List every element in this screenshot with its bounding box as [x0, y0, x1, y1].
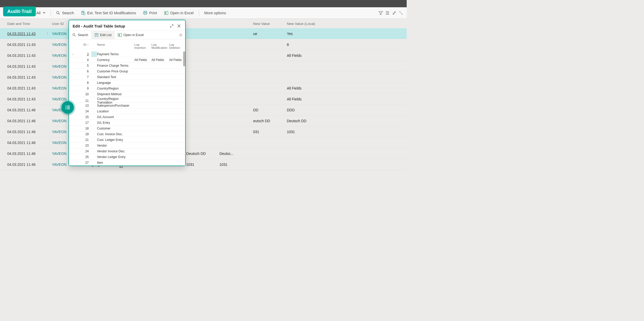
- cell-name: G/L Entry: [97, 121, 134, 125]
- table-row[interactable]: 04.03.2021 11:46⋮YAVEONLanguageNameDelet…: [0, 148, 407, 159]
- print-icon: [143, 11, 147, 15]
- table-row[interactable]: 04.03.2021 11:46⋮YAVEON0311031: [0, 126, 407, 137]
- table-row[interactable]: 04.03.2021 11:46⋮YAVEONDDDDD: [0, 105, 407, 115]
- cell-datetime: 04.03.2021 11:43: [7, 43, 46, 47]
- cell-name: Salesperson/Purchaser: [97, 104, 134, 107]
- dialog-more-icon[interactable]: [179, 33, 185, 37]
- list-view-icon[interactable]: [385, 11, 390, 15]
- dialog-row[interactable]: 4CurrencyAll FieldsAll FieldsAll Fields: [69, 57, 185, 63]
- svg-point-15: [65, 108, 66, 109]
- filter-icon[interactable]: [379, 11, 383, 15]
- expand-icon[interactable]: [399, 11, 403, 15]
- open-excel-button[interactable]: Open in Excel: [161, 7, 197, 19]
- cell-name: Country/Region Translation: [97, 97, 134, 104]
- cell: Deutsch DD: [186, 152, 219, 156]
- table-row[interactable]: 04.03.2021 11:43⋮YAVEONAll Fields: [0, 83, 407, 94]
- table-row[interactable]: 04.03.2021 11:43⋮YAVEON8: [0, 39, 407, 50]
- table-row[interactable]: 04.03.2021 11:46⋮YAVEONeutsch DDDeutsch …: [0, 115, 407, 126]
- cell-id: 27: [75, 161, 91, 165]
- ext-text-button[interactable]: Ext. Text Set ID Modifications: [78, 7, 140, 19]
- excel-icon: [118, 33, 122, 37]
- more-options-button[interactable]: More options: [201, 7, 230, 19]
- cell-name: Location: [97, 110, 134, 113]
- dialog-row[interactable]: 27Item: [69, 160, 185, 166]
- list-icon: [65, 105, 71, 110]
- dialog-row[interactable]: 11Country/Region Translation: [69, 97, 185, 103]
- cell-newvaluelocal: All Fields: [287, 86, 347, 90]
- dialog-row[interactable]: 19Cust. Invoice Disc.: [69, 131, 185, 137]
- dialog-row[interactable]: 21Cust. Ledger Entry: [69, 137, 185, 143]
- dialog-row[interactable]: 5Finance Charge Terms: [69, 63, 185, 69]
- dialog-row[interactable]: 8Language: [69, 80, 185, 86]
- dialog-row[interactable]: 7Standard Text: [69, 74, 185, 80]
- fab-list-button[interactable]: [61, 101, 74, 114]
- cell-newvalue: ue: [253, 32, 287, 36]
- dialog-row[interactable]: 24Vendor Invoice Disc.: [69, 148, 185, 154]
- dialog-excel-button[interactable]: Open in Excel: [115, 31, 147, 39]
- cell-id: 3: [75, 52, 91, 56]
- dialog-row[interactable]: 6Customer Price Group: [69, 69, 185, 74]
- dialog-row[interactable]: 15G/L Account: [69, 114, 185, 120]
- cell-name: Finance Charge Terms: [97, 64, 134, 67]
- dialog-row[interactable]: 14Location: [69, 108, 185, 114]
- col-newvaluelocal[interactable]: New Value (Local): [287, 22, 347, 26]
- cell-datetime: 04.03.2021 11:46: [7, 119, 46, 123]
- close-icon[interactable]: [176, 23, 182, 29]
- dialog-row[interactable]: 25Vendor Ledger Entry: [69, 154, 185, 160]
- cell-id: 6: [75, 70, 91, 73]
- col-name[interactable]: Name: [97, 43, 134, 49]
- dialog-row[interactable]: 23Vendor: [69, 143, 185, 148]
- dialog-toolbar: Search Edit List Open in Excel: [69, 31, 185, 39]
- col-id[interactable]: ID ↑: [75, 43, 91, 49]
- col-ins[interactable]: Log Insertion: [134, 43, 151, 49]
- row-options-icon[interactable]: ⋮: [91, 51, 97, 57]
- cell-id: 9: [75, 87, 91, 90]
- col-mod[interactable]: Log Modification: [151, 43, 169, 49]
- table-row[interactable]: 04.03.2021 11:46⋮YAVEONLanguageWindows L…: [0, 159, 407, 170]
- divider: [51, 10, 51, 16]
- dialog-search-button[interactable]: Search: [69, 31, 91, 39]
- dialog-row[interactable]: 10Shipment Method: [69, 91, 185, 97]
- cell-id: 8: [75, 81, 91, 85]
- cell-name: Standard Text: [97, 75, 134, 79]
- dialog-row[interactable]: 13Salesperson/Purchaser: [69, 103, 185, 108]
- cell-datetime: 04.03.2021 11:46: [7, 141, 46, 145]
- cell-id: 24: [75, 149, 91, 153]
- table-row[interactable]: 04.03.2021 11:43⋮YAVEONAll Fields: [0, 50, 407, 61]
- maximize-icon[interactable]: [169, 23, 174, 29]
- cell-newvaluelocal: All Fields: [287, 53, 347, 58]
- table-row[interactable]: 04.03.2021 11:43⋮YAVEON: [0, 72, 407, 83]
- table-row[interactable]: 04.03.2021 11:43⋮YAVEONueYes: [0, 28, 407, 39]
- dialog-row[interactable]: 9Country/Region: [69, 86, 185, 91]
- cell-id: 18: [75, 127, 91, 130]
- row-options-icon[interactable]: ⋮: [46, 33, 50, 34]
- excel-icon: [164, 11, 168, 15]
- table-row[interactable]: 04.03.2021 11:43⋮YAVEONAll Fields: [0, 94, 407, 105]
- cell-datetime: 04.03.2021 11:43: [7, 32, 46, 36]
- cell-newvaluelocal: 1031: [287, 130, 347, 134]
- col-datetime[interactable]: Date and Time: [7, 22, 46, 26]
- dialog-row[interactable]: 17G/L Entry: [69, 120, 185, 126]
- col-newvalue[interactable]: New Value: [253, 22, 287, 26]
- cell-name: Customer Price Group: [97, 70, 134, 73]
- cell-id: 14: [75, 110, 91, 113]
- dialog-header-row: ID ↑ Name Log Insertion Log Modification…: [69, 43, 185, 51]
- cell-newvaluelocal: Yes: [287, 32, 347, 36]
- window-titlebar: [0, 0, 407, 7]
- dialog-row[interactable]: →3⋮Payment Terms: [69, 51, 185, 57]
- collapse-icon[interactable]: [392, 11, 396, 15]
- cell-newvaluelocal: Deutsch DD: [287, 119, 347, 123]
- dialog-row[interactable]: 18Customer: [69, 126, 185, 131]
- col-del[interactable]: Log Deletion: [169, 43, 184, 49]
- grid-header-row: Date and Time User ID New Value New Valu…: [0, 19, 407, 28]
- svg-point-21: [73, 34, 75, 36]
- search-button[interactable]: Search: [52, 7, 78, 19]
- cell-id: 10: [75, 92, 91, 96]
- cell-newvaluelocal: All Fields: [287, 97, 347, 101]
- table-row[interactable]: 04.03.2021 11:43⋮YAVEON: [0, 61, 407, 72]
- cell-name: G/L Account: [97, 115, 134, 119]
- dialog-scrollbar[interactable]: [183, 51, 185, 166]
- dialog-editlist-button[interactable]: Edit List: [91, 31, 115, 39]
- print-button[interactable]: Print: [140, 7, 161, 19]
- table-row[interactable]: 04.03.2021 11:46⋮YAVEON: [0, 137, 407, 148]
